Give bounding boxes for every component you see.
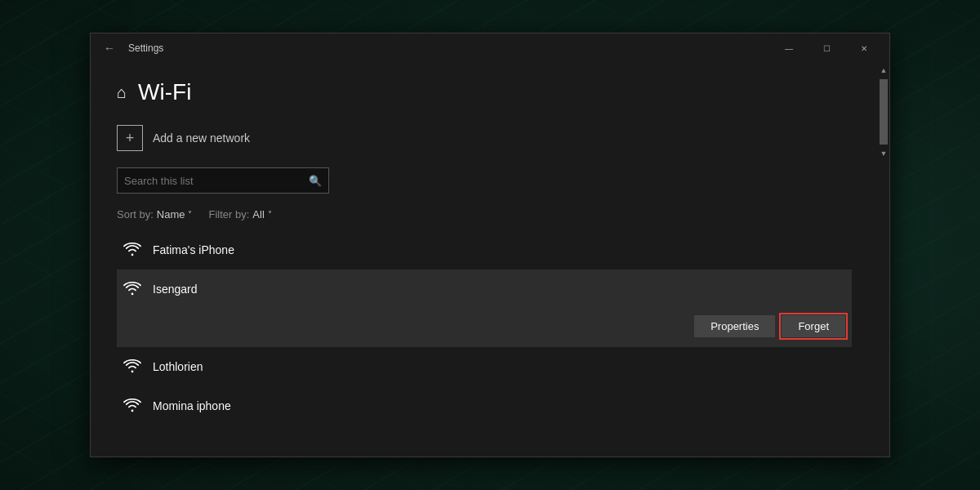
wifi-icon [123, 399, 141, 413]
scroll-down-button[interactable]: ▼ [878, 146, 889, 161]
window-title: Settings [128, 42, 163, 54]
page-header: ⌂ Wi-Fi [117, 79, 852, 105]
scroll-up-button[interactable]: ▲ [878, 63, 889, 78]
add-network-label: Add a new network [153, 131, 250, 145]
close-button[interactable]: ✕ [845, 35, 883, 61]
filter-value: All [252, 208, 264, 220]
network-item-momina-iphone[interactable]: Momina iphone [117, 386, 852, 425]
sort-dropdown[interactable]: Sort by: Name ˅ [117, 208, 192, 220]
minimize-button[interactable]: — [770, 35, 808, 61]
scrollbar-thumb[interactable] [880, 79, 888, 145]
network-list: Fatima's iPhone Isengard [117, 230, 852, 425]
search-box: 🔍 [117, 167, 329, 194]
wifi-icon [123, 243, 141, 257]
filter-dropdown[interactable]: Filter by: All ˅ [208, 208, 271, 220]
title-bar-left: ← Settings [100, 38, 163, 58]
main-content: ⌂ Wi-Fi + Add a new network 🔍 Sort by: N… [91, 63, 878, 457]
maximize-button[interactable]: ☐ [808, 35, 845, 61]
search-icon: 🔍 [309, 175, 322, 187]
settings-window: ← Settings — ☐ ✕ ⌂ Wi-Fi + Add a new net… [90, 33, 890, 457]
scrollbar: ▲ ▼ [878, 63, 889, 457]
network-name: Isengard [153, 283, 197, 296]
search-input[interactable] [124, 175, 304, 187]
content-area: ⌂ Wi-Fi + Add a new network 🔍 Sort by: N… [91, 63, 889, 457]
add-network-button[interactable]: + Add a new network [117, 125, 852, 151]
network-item-fatimas-iphone[interactable]: Fatima's iPhone [117, 230, 852, 270]
filter-row: Sort by: Name ˅ Filter by: All ˅ [117, 208, 852, 220]
sort-value: Name [157, 208, 185, 220]
window-controls: — ☐ ✕ [770, 35, 883, 61]
wifi-icon [123, 359, 141, 374]
network-name: Fatima's iPhone [153, 243, 234, 256]
network-item-row: Momina iphone [117, 386, 852, 425]
network-name: Momina iphone [153, 399, 231, 412]
network-name: Lothlorien [153, 360, 203, 373]
network-item-isengard[interactable]: Isengard Properties Forget [117, 270, 852, 347]
add-icon: + [117, 125, 143, 151]
filter-label: Filter by: [208, 208, 249, 220]
forget-button[interactable]: Forget [782, 315, 845, 337]
properties-button[interactable]: Properties [694, 315, 775, 337]
network-item-row: Lothlorien [117, 347, 852, 386]
filter-chevron-icon: ˅ [268, 210, 272, 219]
title-bar: ← Settings — ☐ ✕ [91, 33, 889, 63]
back-button[interactable]: ← [100, 38, 118, 58]
network-item-row: Isengard [117, 270, 852, 309]
wifi-icon [123, 282, 141, 296]
sort-label: Sort by: [117, 208, 154, 220]
home-icon[interactable]: ⌂ [117, 83, 127, 102]
network-item-row: Fatima's iPhone [117, 230, 852, 270]
action-row: Properties Forget [117, 309, 852, 347]
page-title: Wi-Fi [138, 79, 191, 105]
sort-chevron-icon: ˅ [188, 210, 192, 219]
network-item-lothlorien[interactable]: Lothlorien [117, 347, 852, 386]
